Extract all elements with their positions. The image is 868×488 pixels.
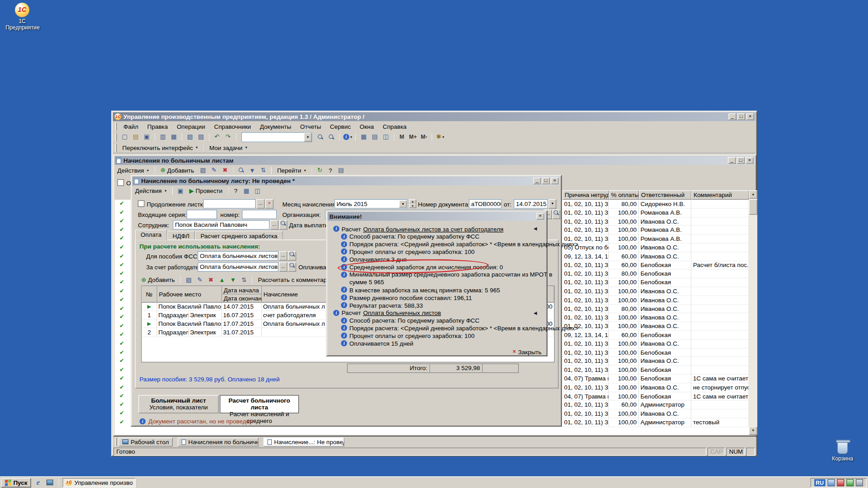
menu-item[interactable]: Файл [119,122,142,130]
table-row[interactable]: 01, 02, 10, 11) Забо...100,00Иванова О.С… [562,314,749,322]
internet-explorer-icon[interactable]: e [33,478,43,487]
date-field[interactable]: 14.07.2015 [514,199,548,209]
table-row[interactable]: 01, 02, 10, 11) Забо...100,00Иванова О.С… [562,322,749,331]
edit-row-icon[interactable]: ✎ [209,166,219,175]
employer-select-button[interactable]: ... [279,262,287,272]
month-field[interactable]: Июль 2015 ▾ [335,199,408,209]
save-doc-icon[interactable]: ▣ [175,187,185,196]
menu-item[interactable]: Документы [256,122,295,130]
copy-icon[interactable]: ▨ [185,132,195,141]
grid-delete-icon[interactable]: ✖ [206,276,216,285]
mdi-tab[interactable]: Начисление...: Не проведен * [264,437,344,446]
print-list-icon[interactable]: ▤ [336,166,346,175]
find-icon[interactable] [316,132,326,141]
tray-icon-2[interactable] [837,479,844,486]
collapse-arrow-icon[interactable]: ◀ [533,310,537,315]
quick-search-combo[interactable]: ▾ [241,132,312,142]
tray-icon-1[interactable] [828,479,835,486]
copy-row-icon[interactable]: ▨ [198,166,208,175]
maximize-button[interactable]: □ [542,178,550,184]
refresh-icon[interactable]: ↻ [315,166,325,175]
settings-grid-icon[interactable]: ◫ [252,187,262,196]
table-row[interactable]: 04, 07) Травма на ...100,00Белобокая1С с… [562,392,749,401]
continuation-select-button[interactable]: ... [256,199,264,209]
filter-icon[interactable]: ▼ [247,166,257,175]
desktop-icon-recycle-bin[interactable]: Корзина [828,441,857,461]
users-icon[interactable]: ◫ [381,132,391,141]
minimize-button[interactable]: _ [533,178,541,184]
memory-recall-button[interactable]: М [397,132,407,141]
table-row[interactable]: 01, 02, 10, 11) Забо...100,00Иванова О.С… [562,409,749,418]
menu-item[interactable]: Сервис [326,122,354,130]
combo-dropdown-icon[interactable]: ▾ [304,132,311,141]
employee-open-button[interactable] [279,220,287,230]
delete-row-icon[interactable]: ✖ [220,166,230,175]
employer-field[interactable]: Оплата больничных листов за сче [198,262,278,272]
column-header-num[interactable]: № [142,286,157,302]
incoming-number-field[interactable] [242,210,277,219]
continuation-checkbox[interactable] [138,200,145,207]
grid-edit-icon[interactable]: ✎ [195,276,205,285]
scroll-down-icon[interactable]: ▼ [749,427,757,435]
maximize-button[interactable]: □ [737,157,745,164]
employer-open-button[interactable] [288,262,296,272]
spin-down-icon[interactable]: ▼ [409,204,416,208]
actions-button[interactable]: Действия▾ [114,165,151,175]
employee-field[interactable]: Попок Василий Павлович [173,220,269,230]
memory-subtract-button[interactable]: М- [419,132,429,141]
table-row[interactable]: 01, 02, 10, 11) Забо...80,00Сидоренко Н.… [562,200,749,208]
menu-item[interactable]: Отчеты [296,122,325,130]
task-button-1c[interactable]: 1С Управление произво... [63,478,136,487]
main-window-titlebar[interactable]: 1С Управление производственным предприят… [113,113,756,122]
sick-note-page-button[interactable]: Больничный лист Условия, показатели [138,395,219,413]
spin-up-icon[interactable]: ▲ [409,199,416,204]
find-next-icon[interactable] [326,132,336,141]
desktop-icon-1c[interactable]: 1С 1С Предприятие [5,3,38,30]
scrollbar-thumb[interactable] [749,199,757,215]
message-link[interactable]: Оплата больничных листов [363,310,441,316]
close-button[interactable]: × [551,178,558,184]
table-row[interactable]: 01, 02, 10, 11) Забо...80,00Иванова О.С. [562,305,749,313]
help-button[interactable]: ? [231,186,241,196]
redo-icon[interactable]: ↷ [223,132,233,141]
table-row[interactable]: 01, 02, 10, 11) Забо...100,00Белобокая [562,278,749,287]
table-row[interactable]: 01, 02, 10, 11) Забо...60,00Администрато… [562,401,749,409]
table-row[interactable]: 01, 02, 10, 11) Забо...100,00Иванова О.С… [562,357,749,366]
services-icon[interactable]: ✱▾ [435,132,445,141]
menu-item[interactable]: Операции [173,122,209,130]
date-dropdown-icon[interactable]: ▾ [548,199,556,209]
calculation-page-button[interactable]: Расчет больничного листа Расчет начислен… [220,395,299,413]
language-indicator[interactable]: RU [814,479,826,486]
undo-icon[interactable]: ↶ [212,132,222,141]
menu-item[interactable]: Справка [379,122,410,130]
start-button[interactable]: Пуск [1,478,31,487]
table-row[interactable]: 01, 02, 10, 11) Забо...100,00Романова А.… [562,235,749,243]
table-row[interactable]: 09, 12, 13, 14, 15) У...60,00Белобокая [562,331,749,339]
close-warning-button[interactable]: × Закрыть [510,347,544,356]
month-spinner[interactable]: ▲ ▼ [409,199,416,209]
org-filter-checkbox[interactable] [118,179,124,186]
table-row[interactable]: 01, 02, 10, 11) Забо...100,00Белобокая [562,366,749,375]
grid-down-icon[interactable]: ▼ [228,276,238,285]
new-document-icon[interactable]: ▢ [119,132,129,141]
column-header-percent[interactable]: % оплаты [609,190,639,200]
print-icon[interactable]: ▥ [158,132,168,141]
list-window-titlebar[interactable]: Начисления по больничным листам _ □ × [114,156,755,165]
column-header-responsible[interactable]: Ответственный [639,190,691,200]
tab-average-earnings[interactable]: Расчет среднего заработка [195,231,283,240]
grid-sort-icon[interactable]: ⇅ [239,276,249,285]
table-row[interactable]: 01, 02, 10, 11) Забо...100,00Белобокая [562,348,749,357]
tray-icon-4[interactable] [856,479,863,486]
organization-open-button[interactable] [552,210,560,219]
tab-payment[interactable]: Оплата [135,230,167,240]
show-desktop-icon[interactable] [45,478,55,487]
save-icon[interactable]: ▣ [142,132,151,141]
memory-add-button[interactable]: М+ [408,132,418,141]
quick-search-input[interactable] [242,133,303,141]
help-button[interactable]: ? [326,165,335,175]
open-icon[interactable]: ▤ [131,132,141,141]
mdi-tab[interactable]: Начисления по больничны... [178,437,259,446]
menu-grip[interactable] [115,122,117,130]
post-button[interactable]: ▶Провести [186,186,225,196]
goto-button[interactable]: Перейти▾ [274,165,309,175]
